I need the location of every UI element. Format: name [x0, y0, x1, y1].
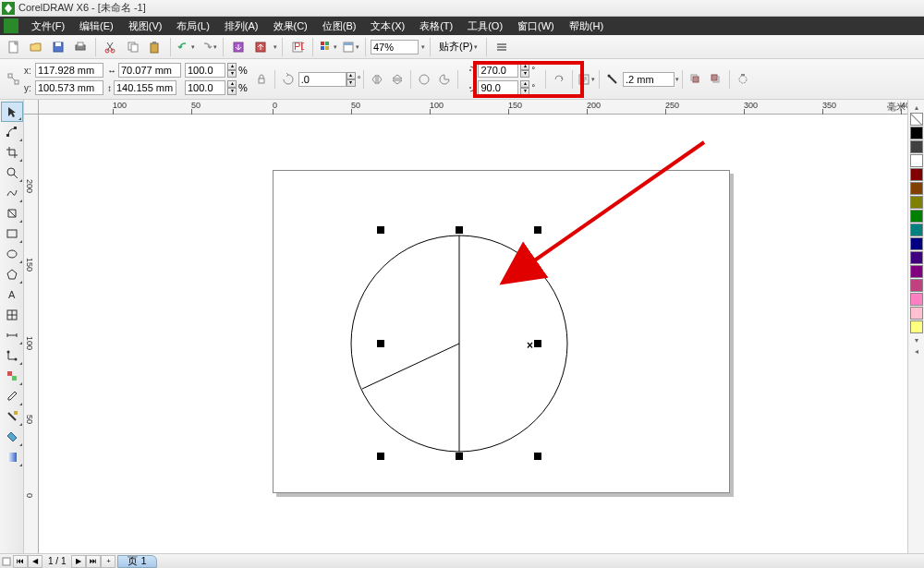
- lock-ratio-button[interactable]: [251, 69, 272, 90]
- scale-y-down[interactable]: ▾: [227, 88, 237, 95]
- menu-tools[interactable]: 工具(O): [460, 19, 510, 33]
- connector-tool[interactable]: [1, 345, 23, 366]
- convert-to-curves-button[interactable]: [733, 69, 753, 90]
- handle-ml[interactable]: [377, 340, 384, 347]
- menu-table[interactable]: 表格(T): [412, 19, 460, 33]
- swatch[interactable]: [910, 182, 923, 195]
- smart-fill-tool[interactable]: [1, 203, 23, 224]
- cut-button[interactable]: [101, 37, 121, 57]
- shape-tool[interactable]: [1, 122, 23, 142]
- scale-x-up[interactable]: ▴: [227, 63, 237, 70]
- pie-button[interactable]: [414, 69, 434, 90]
- redo-button[interactable]: ▾: [198, 37, 218, 57]
- arc-button[interactable]: [434, 69, 455, 90]
- table-tool[interactable]: [1, 305, 23, 325]
- swatch[interactable]: [910, 237, 923, 250]
- crop-tool[interactable]: [1, 142, 23, 163]
- export-button[interactable]: [250, 37, 271, 57]
- zoom-input[interactable]: 47%: [371, 40, 419, 54]
- handle-bm[interactable]: [456, 453, 463, 460]
- menu-window[interactable]: 窗口(W): [510, 19, 562, 33]
- swatch-none[interactable]: [910, 113, 923, 126]
- scale-y-input[interactable]: 100.0: [185, 80, 225, 95]
- swatch[interactable]: [910, 279, 923, 292]
- welcome-button[interactable]: ▾: [340, 37, 360, 57]
- palette-scroll-up[interactable]: ▴: [915, 103, 918, 112]
- y-input[interactable]: 100.573 mm: [35, 80, 103, 95]
- canvas[interactable]: ×: [39, 115, 907, 553]
- menu-text[interactable]: 文本(X): [363, 19, 412, 33]
- next-page-button[interactable]: ▶: [71, 555, 86, 568]
- menu-edit[interactable]: 编辑(E): [72, 19, 121, 33]
- print-button[interactable]: [70, 37, 91, 57]
- ruler-horizontal[interactable]: 毫米 10050050100150200250300350400: [39, 100, 907, 115]
- swatch[interactable]: [910, 293, 923, 306]
- handle-bl[interactable]: [377, 453, 384, 460]
- add-page-button[interactable]: [0, 555, 13, 568]
- swatch[interactable]: [910, 196, 923, 209]
- rot-down[interactable]: ▾: [346, 79, 356, 87]
- swatch[interactable]: [910, 210, 923, 223]
- selected-shape[interactable]: ×: [381, 230, 538, 456]
- new-button[interactable]: [4, 37, 24, 57]
- undo-button[interactable]: ▾: [176, 37, 196, 57]
- import-button[interactable]: [228, 37, 249, 57]
- zoom-tool[interactable]: [1, 163, 23, 183]
- handle-tl[interactable]: [377, 226, 384, 234]
- scale-x-input[interactable]: 100.0: [185, 63, 225, 78]
- ruler-vertical[interactable]: 200150100500: [24, 115, 39, 553]
- swatch[interactable]: [910, 265, 923, 278]
- polygon-tool[interactable]: [1, 264, 23, 284]
- pick-tool[interactable]: [1, 102, 23, 122]
- ellipse-tool[interactable]: [1, 244, 23, 264]
- page-tab-1[interactable]: 页 1: [117, 555, 156, 568]
- to-back-button[interactable]: [706, 69, 726, 90]
- copy-button[interactable]: [123, 37, 143, 57]
- handle-br[interactable]: [534, 453, 541, 460]
- rot-up[interactable]: ▴: [346, 72, 356, 79]
- handle-mr[interactable]: [534, 340, 541, 347]
- options-button[interactable]: [492, 37, 512, 57]
- eyedropper-tool[interactable]: [1, 386, 23, 406]
- swatch[interactable]: [910, 127, 923, 139]
- scale-y-up[interactable]: ▴: [227, 80, 237, 88]
- menu-layout[interactable]: 布局(L): [169, 19, 216, 33]
- palette-scroll-down[interactable]: ▾: [915, 336, 918, 344]
- snap-dropdown[interactable]: 贴齐(P) ▾: [435, 40, 481, 54]
- center-marker[interactable]: ×: [527, 339, 533, 352]
- mirror-v-button[interactable]: [387, 69, 407, 90]
- open-button[interactable]: [26, 37, 46, 57]
- menu-effects[interactable]: 效果(C): [266, 19, 315, 33]
- swatch[interactable]: [910, 251, 923, 264]
- height-input[interactable]: 140.155 mm: [114, 80, 176, 95]
- menu-view[interactable]: 视图(V): [121, 19, 170, 33]
- rectangle-tool[interactable]: [1, 224, 23, 244]
- freehand-tool[interactable]: [1, 183, 23, 203]
- swatch[interactable]: [910, 320, 923, 333]
- handle-tr[interactable]: [534, 226, 541, 234]
- dimension-tool[interactable]: [1, 325, 23, 345]
- swatch[interactable]: [910, 154, 923, 167]
- prev-page-button[interactable]: ◀: [28, 555, 43, 568]
- menu-help[interactable]: 帮助(H): [562, 19, 611, 33]
- outline-width-input[interactable]: .2 mm: [623, 72, 675, 87]
- last-page-button[interactable]: ⏭: [86, 555, 101, 568]
- save-button[interactable]: [48, 37, 68, 57]
- paste-button[interactable]: [145, 37, 165, 57]
- add-page-after-button[interactable]: +: [101, 555, 116, 568]
- canvas-area[interactable]: 毫米 10050050100150200250300350400 2001501…: [24, 100, 907, 553]
- publish-pdf-button[interactable]: PDF: [287, 37, 308, 57]
- interactive-fill-tool[interactable]: [1, 447, 23, 467]
- handle-tm[interactable]: [456, 226, 463, 234]
- ruler-origin[interactable]: [24, 100, 39, 115]
- menu-bitmaps[interactable]: 位图(B): [315, 19, 364, 33]
- swatch[interactable]: [910, 224, 923, 236]
- first-page-button[interactable]: ⏮: [13, 555, 28, 568]
- pie-shape[interactable]: [381, 230, 538, 456]
- zoom-dropdown[interactable]: ▾: [421, 43, 425, 51]
- menu-file[interactable]: 文件(F): [24, 19, 72, 33]
- to-front-button[interactable]: [686, 69, 706, 90]
- interactive-tool[interactable]: [1, 366, 23, 386]
- outline-dropdown[interactable]: ▾: [675, 76, 679, 83]
- swatch[interactable]: [910, 168, 923, 181]
